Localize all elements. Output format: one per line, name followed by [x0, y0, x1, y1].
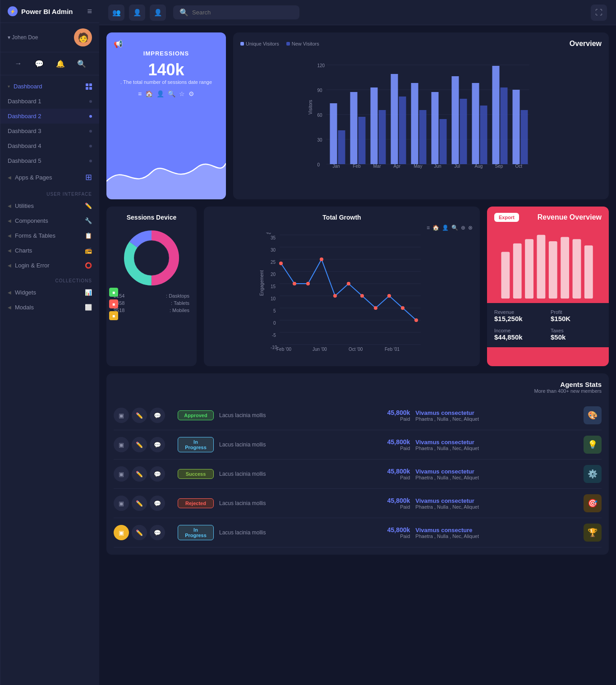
- sidebar-brand: ⚡ Power BI Admin: [8, 6, 73, 16]
- agent-msg-btn[interactable]: 💬: [150, 408, 165, 423]
- sidebar-menu-toggle[interactable]: ≡: [87, 7, 92, 16]
- growth-search-icon[interactable]: 🔍: [451, 225, 458, 231]
- tablet-label: Tablets :: [171, 300, 189, 306]
- svg-text:5: 5: [273, 308, 276, 313]
- revenue-value: $15,250k: [494, 315, 545, 322]
- toolbar-search-icon[interactable]: 🔍: [168, 90, 175, 97]
- agent-description: Lacus lacinia mollis: [219, 412, 382, 418]
- growth-home-icon[interactable]: 🏠: [432, 225, 439, 231]
- sidebar-item-forms-tables[interactable]: ◀ Forms & Tables 📋: [0, 228, 99, 243]
- agent-msg-btn[interactable]: 💬: [150, 496, 165, 511]
- toolbar-home-icon[interactable]: 🏠: [145, 90, 153, 97]
- agent-paid-label: Paid: [387, 475, 410, 480]
- sidebar-item-dashboard[interactable]: ▾ Dashboard: [0, 79, 99, 94]
- revenue-title: Revenue Overview: [538, 213, 602, 221]
- toolbar-menu-icon[interactable]: ≡: [138, 90, 142, 97]
- svg-rect-14: [359, 117, 366, 164]
- export-button[interactable]: Export: [494, 213, 519, 222]
- agent-action-group: ▣ ✏️ 💬: [114, 466, 172, 482]
- search-input[interactable]: [192, 9, 293, 16]
- profile-icon[interactable]: 👤: [129, 5, 145, 21]
- search-box[interactable]: 🔍: [173, 5, 299, 19]
- dashboard1-dot: [89, 100, 92, 103]
- revenue-stat-taxes: Taxes $50k: [551, 328, 602, 341]
- agent-edit-btn[interactable]: ✏️: [132, 408, 147, 423]
- agent-edit-btn[interactable]: ✏️: [132, 525, 147, 540]
- agent-info: Vivamus consecture Phaetra , Nulla , Nec…: [415, 527, 578, 539]
- agent-link[interactable]: Vivamus consecture: [415, 527, 578, 533]
- income-label: Income: [494, 328, 545, 333]
- overview-chart-svg: 0 30 60 90 120 Visitors: [240, 51, 602, 169]
- sidebar-item-components[interactable]: ◀ Components 🔧: [0, 213, 99, 228]
- toolbar-user-icon[interactable]: 👤: [156, 90, 164, 97]
- sidebar-item-utilities[interactable]: ◀ Utilities ✏️: [0, 198, 99, 213]
- growth-download-icon[interactable]: ⊕: [461, 225, 465, 231]
- svg-rect-11: [330, 103, 337, 164]
- agent-view-btn[interactable]: ▣: [114, 525, 129, 540]
- toolbar-gear-icon[interactable]: ⚙: [188, 90, 194, 97]
- sidebar-item-widgets[interactable]: ◀ Widgets 📊: [0, 285, 99, 300]
- agent-view-btn[interactable]: ▣: [114, 466, 129, 482]
- agent-msg-btn[interactable]: 💬: [150, 437, 165, 452]
- agent-paid-label: Paid: [387, 533, 410, 539]
- svg-rect-25: [472, 83, 479, 164]
- message-icon[interactable]: 💬: [32, 57, 46, 70]
- sidebar-item-dashboard1[interactable]: Dashboard 1: [0, 94, 99, 109]
- agent-link[interactable]: Vivamus consectetur: [415, 409, 578, 416]
- agent-description: Lacus lacinia mollis: [219, 471, 382, 477]
- sidebar-item-dashboard3[interactable]: Dashboard 3: [0, 124, 99, 138]
- agent-link[interactable]: Vivamus consectetur: [415, 468, 578, 475]
- sidebar-item-modals[interactable]: ◀ Modals ⬜: [0, 300, 99, 315]
- logout-icon[interactable]: →: [11, 57, 25, 70]
- agent-view-btn[interactable]: ▣: [114, 496, 129, 511]
- sidebar-item-apps-pages[interactable]: ◀ Apps & Pages ⊞: [0, 168, 99, 186]
- agent-link[interactable]: Vivamus consectetur: [415, 497, 578, 504]
- agent-edit-btn[interactable]: ✏️: [132, 496, 147, 511]
- svg-text:15: 15: [271, 284, 276, 289]
- svg-rect-88: [549, 241, 557, 299]
- taxes-value: $50k: [551, 333, 602, 341]
- growth-menu-icon[interactable]: ≡: [427, 225, 430, 231]
- widgets-icon: 📊: [85, 289, 92, 296]
- toolbar-star-icon[interactable]: ☆: [179, 90, 185, 97]
- status-badge: Success: [178, 469, 214, 479]
- taxes-label: Taxes: [551, 328, 602, 333]
- growth-share-icon[interactable]: ⊗: [468, 225, 473, 231]
- sidebar-actions: → 💬 🔔 🔍: [0, 52, 99, 75]
- agent-msg-btn[interactable]: 💬: [150, 525, 165, 540]
- apps-pages-label: Apps & Pages: [15, 174, 52, 181]
- search-icon[interactable]: 🔍: [75, 57, 88, 70]
- login-error-label: Login & Error: [15, 262, 50, 269]
- row-1: 📢 IMPRESSIONS 140k The total number of s…: [106, 32, 609, 199]
- agent-msg-btn[interactable]: 💬: [150, 466, 165, 482]
- dashboard5-label: Dashboard 5: [8, 157, 41, 164]
- user-icon[interactable]: 👤: [150, 5, 166, 21]
- svg-point-76: [374, 306, 377, 310]
- agent-action-group: ▣ ✏️ 💬: [114, 437, 172, 452]
- agent-link[interactable]: Vivamus consectetur: [415, 439, 578, 446]
- agent-view-btn[interactable]: ▣: [114, 437, 129, 452]
- sidebar-item-dashboard4[interactable]: Dashboard 4: [0, 138, 99, 153]
- income-value: $44,850k: [494, 333, 545, 341]
- brand-icon: ⚡: [8, 6, 18, 16]
- agent-edit-btn[interactable]: ✏️: [132, 437, 147, 452]
- sidebar-item-dashboard2[interactable]: Dashboard 2: [0, 109, 99, 124]
- forms-tables-icon: 📋: [85, 232, 92, 239]
- agent-edit-btn[interactable]: ✏️: [132, 466, 147, 482]
- agent-info: Vivamus consectetur Phaetra , Nulla , Ne…: [415, 497, 578, 510]
- group-icon[interactable]: 👥: [108, 5, 124, 21]
- sidebar-item-dashboard5[interactable]: Dashboard 5: [0, 153, 99, 168]
- sidebar: ⚡ Power BI Admin ≡ ▾ Johen Doe 🧑 → 💬 🔔 🔍…: [0, 0, 99, 685]
- revenue-card: Export Revenue Overview: [487, 207, 609, 366]
- agents-subtitle: More than 400+ new members: [114, 388, 602, 394]
- sidebar-item-login-error[interactable]: ◀ Login & Error ⭕: [0, 258, 99, 273]
- sidebar-item-charts[interactable]: ◀ Charts 📻: [0, 243, 99, 258]
- agent-view-btn[interactable]: ▣: [114, 408, 129, 423]
- utilities-icon: ✏️: [85, 202, 92, 209]
- desktop-label: Dasktops :: [166, 293, 189, 299]
- svg-point-79: [414, 318, 418, 322]
- revenue-label: Revenue: [494, 309, 545, 315]
- expand-icon[interactable]: ⛶: [591, 5, 607, 21]
- notification-icon[interactable]: 🔔: [54, 57, 67, 70]
- growth-user-icon[interactable]: 👤: [442, 225, 449, 231]
